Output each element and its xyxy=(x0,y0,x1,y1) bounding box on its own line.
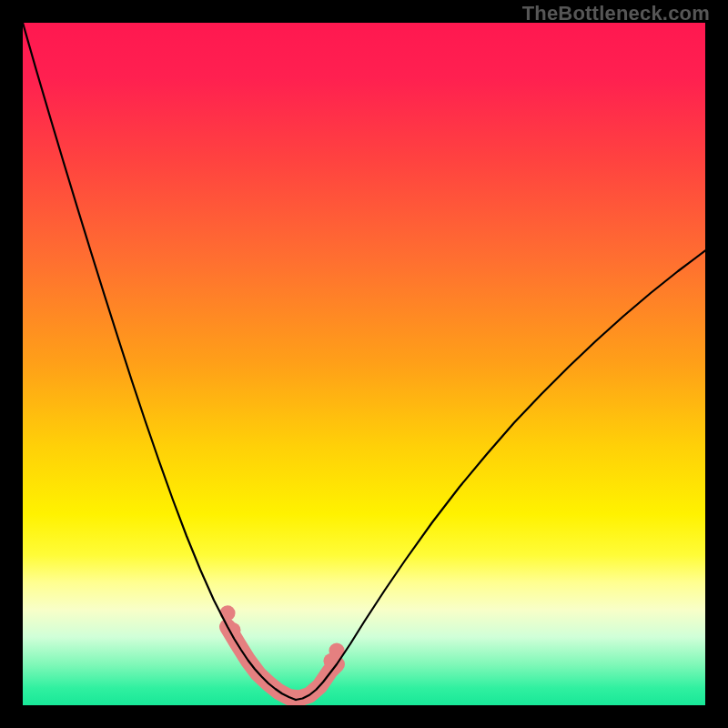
series-highlight-band xyxy=(228,627,337,699)
series-bottleneck-curve-right xyxy=(296,251,705,701)
highlight-bead xyxy=(219,605,235,621)
chart-frame: TheBottleneck.com xyxy=(0,0,728,728)
plot-area xyxy=(23,23,705,705)
curve-layer xyxy=(23,23,705,705)
series-bottleneck-curve-left xyxy=(23,23,296,700)
